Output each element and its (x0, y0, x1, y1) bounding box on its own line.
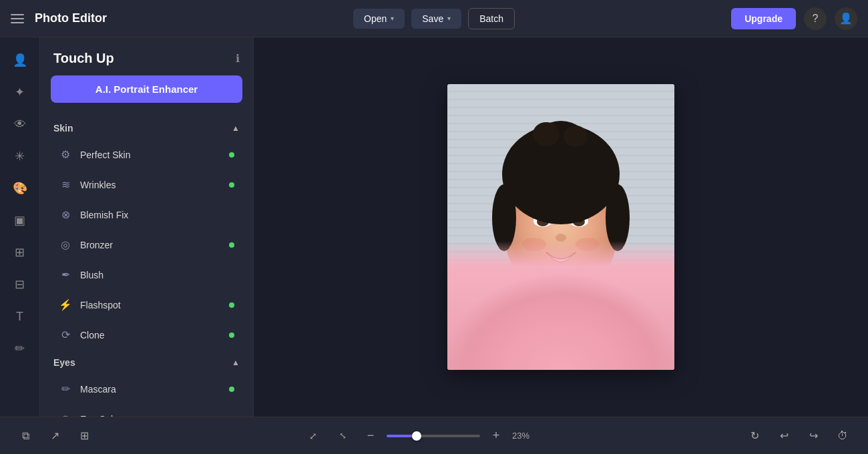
bronzer-active-dot (229, 242, 234, 248)
tool-item-wrinkles[interactable]: ≋ Wrinkles (45, 170, 248, 199)
svg-point-22 (492, 184, 516, 251)
skin-section-title: Skin (53, 123, 73, 134)
zoom-slider[interactable] (387, 435, 480, 437)
svg-point-5 (461, 278, 661, 370)
photo-canvas: © AI Photo (447, 84, 674, 370)
zoom-percent-label: 23% (512, 431, 537, 441)
photo-container: © AI Photo (447, 84, 674, 370)
tool-item-mascara[interactable]: ✏ Mascara (45, 375, 248, 403)
batch-button[interactable]: Batch (468, 8, 515, 29)
shrink-button[interactable]: ⤡ (331, 424, 355, 448)
sidebar-item-portrait[interactable]: 👤 (5, 45, 35, 75)
export-tool-button[interactable]: ↗ (43, 424, 67, 448)
eyes-collapse-icon: ▲ (232, 358, 240, 367)
info-icon[interactable]: ℹ (236, 52, 240, 65)
icon-sidebar: 👤 ✦ 👁 ✳ 🎨 ▣ ⊞ ⊟ T ✏ (0, 37, 40, 417)
topbar: Photo Editor Open ▾ Save ▾ Batch Upgrade… (0, 0, 868, 37)
redo-button[interactable]: ↪ (801, 424, 825, 448)
mascara-icon: ✏ (59, 383, 72, 395)
tool-item-blush[interactable]: ✒ Blush (45, 260, 248, 289)
app-title: Photo Editor (35, 11, 107, 25)
sidebar-item-text[interactable]: T (5, 302, 35, 331)
sidebar-item-draw[interactable]: ✏ (5, 334, 35, 363)
svg-point-9 (522, 238, 546, 251)
eyes-section-header[interactable]: Eyes ▲ (40, 351, 253, 373)
sidebar-item-art[interactable]: 🎨 (5, 174, 35, 203)
touch-up-header: Touch Up ℹ (40, 37, 253, 75)
svg-point-17 (556, 234, 566, 242)
topbar-center-actions: Open ▾ Save ▾ Batch (353, 8, 515, 29)
refresh-button[interactable]: ↻ (742, 424, 767, 448)
clone-active-dot (229, 332, 234, 338)
ai-portrait-enhancer-button[interactable]: A.I. Portrait Enhancer (51, 75, 242, 103)
history-button[interactable]: ⏱ (831, 424, 855, 448)
tool-panel: Touch Up ℹ A.I. Portrait Enhancer Skin ▲… (40, 37, 254, 417)
svg-point-21 (564, 126, 588, 147)
sidebar-item-objects[interactable]: ⊞ (5, 238, 35, 267)
grid-tool-button[interactable]: ⊞ (72, 424, 96, 448)
wrinkles-icon: ≋ (59, 178, 72, 191)
user-icon[interactable]: 👤 (835, 7, 857, 30)
svg-text:© AI Photo: © AI Photo (611, 360, 637, 366)
layers-tool-button[interactable]: ⧉ (13, 424, 37, 448)
undo-button[interactable]: ↩ (772, 424, 796, 448)
svg-rect-7 (548, 258, 574, 298)
open-button[interactable]: Open ▾ (353, 9, 405, 29)
skin-section-header[interactable]: Skin ▲ (40, 116, 253, 139)
touch-up-title: Touch Up (53, 51, 114, 66)
skin-collapse-icon: ▲ (232, 124, 240, 133)
upgrade-button[interactable]: Upgrade (731, 8, 796, 29)
sidebar-item-layers[interactable]: ▣ (5, 206, 35, 235)
save-chevron-icon: ▾ (447, 15, 451, 22)
svg-point-10 (576, 238, 600, 251)
tool-item-flashspot[interactable]: ⚡ Flashspot (45, 290, 248, 319)
wrinkles-active-dot (229, 182, 234, 188)
sidebar-item-effects[interactable]: ✳ (5, 142, 35, 171)
svg-point-20 (533, 122, 560, 146)
zoom-slider-thumb[interactable] (412, 431, 421, 441)
perfect-skin-icon: ⚙ (59, 148, 72, 161)
tool-item-eye-color[interactable]: ◉ Eye Color (45, 405, 248, 417)
perfect-skin-active-dot (229, 152, 234, 158)
bottom-right-history: ↻ ↩ ↪ ⏱ (742, 424, 855, 448)
flashspot-active-dot (229, 302, 234, 308)
blush-icon: ✒ (59, 268, 72, 281)
topbar-right-actions: Upgrade ? 👤 (731, 7, 857, 30)
fit-screen-button[interactable]: ⤢ (301, 424, 325, 448)
help-icon[interactable]: ? (804, 7, 827, 30)
tool-item-perfect-skin[interactable]: ⚙ Perfect Skin (45, 140, 248, 169)
blemish-fix-icon: ⊗ (59, 208, 72, 221)
save-button[interactable]: Save ▾ (411, 9, 461, 29)
tool-item-blemish-fix[interactable]: ⊗ Blemish Fix (45, 200, 248, 229)
svg-point-6 (527, 278, 594, 331)
open-chevron-icon: ▾ (391, 15, 394, 22)
bottombar: ⧉ ↗ ⊞ ⤢ ⤡ − + 23% ↻ ↩ ↪ ⏱ (0, 417, 868, 454)
sidebar-item-adjustments[interactable]: ✦ (5, 77, 35, 107)
zoom-out-button[interactable]: − (360, 425, 381, 447)
zoom-in-button[interactable]: + (485, 425, 507, 447)
canvas-area: © AI Photo (254, 37, 868, 417)
tool-item-bronzer[interactable]: ◎ Bronzer (45, 230, 248, 259)
main-area: 👤 ✦ 👁 ✳ 🎨 ▣ ⊞ ⊟ T ✏ Touch Up ℹ A.I. Port… (0, 37, 868, 417)
svg-point-4 (447, 284, 674, 370)
tool-item-clone[interactable]: ⟳ Clone (45, 320, 248, 349)
bronzer-icon: ◎ (59, 238, 72, 251)
sidebar-item-frames[interactable]: ⊟ (5, 270, 35, 299)
menu-icon[interactable] (11, 11, 27, 27)
sidebar-item-eye[interactable]: 👁 (5, 109, 35, 139)
clone-icon: ⟳ (59, 328, 72, 341)
bottom-center-zoom: ⤢ ⤡ − + 23% (301, 424, 537, 448)
eyes-section-title: Eyes (53, 357, 75, 368)
svg-point-23 (606, 184, 630, 251)
flashspot-icon: ⚡ (59, 298, 72, 311)
bottom-left-tools: ⧉ ↗ ⊞ (13, 424, 96, 448)
mascara-active-dot (229, 387, 234, 392)
